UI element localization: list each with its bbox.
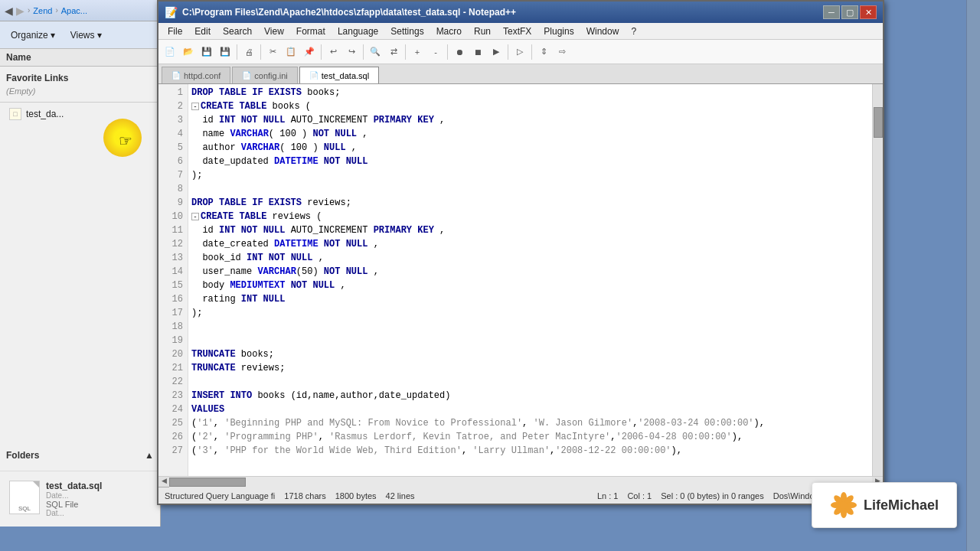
line-number: 22 [163, 375, 183, 389]
tb-zoom-in[interactable]: + [409, 44, 426, 60]
file-big-icon: SQL [9, 481, 40, 514]
tb-save-all[interactable]: 💾 [217, 44, 234, 60]
tb-sync-scroll[interactable]: ⇕ [535, 44, 552, 60]
tabs-bar: 📄 httpd.conf 📄 config.ini 📄 test_data.sq… [158, 64, 883, 84]
tab-httpd-conf[interactable]: 📄 httpd.conf [162, 67, 230, 83]
organize-button[interactable]: Organize ▾ [6, 28, 60, 43]
line-number: 1 [163, 86, 183, 99]
code-line: id INT NOT NULL AUTO_INCREMENT PRIMARY K… [191, 223, 869, 237]
menu-macro[interactable]: Macro [430, 24, 468, 38]
organize-label: Organize [11, 30, 48, 41]
file-list-item[interactable]: □ test_da... [6, 106, 154, 122]
line-number: 15 [163, 279, 183, 292]
explorer-toolbar: Organize ▾ Views ▾ [0, 21, 160, 49]
status-chars: 1718 chars [284, 491, 325, 500]
folders-section-header[interactable]: Folders ▲ [6, 450, 154, 461]
line-number: 16 [163, 292, 183, 306]
tb-find[interactable]: 🔍 [367, 44, 384, 60]
tb-macro-rec[interactable]: ⏺ [451, 44, 468, 60]
explorer-panel: Organize ▾ Views ▾ Name Favorite Links (… [0, 21, 161, 527]
tb-redo[interactable]: ↪ [343, 44, 360, 60]
line-number: 3 [163, 113, 183, 127]
right-panel [966, 0, 980, 551]
menu-file[interactable]: File [162, 24, 188, 38]
vertical-scrollbar[interactable] [872, 84, 883, 476]
back-icon[interactable]: ◀ [5, 5, 13, 17]
status-col: Col : 1 [627, 491, 652, 500]
tb-macro-play[interactable]: ▶ [488, 44, 505, 60]
breadcrumb-zend[interactable]: Zend [33, 6, 52, 15]
tb-zoom-out[interactable]: - [427, 44, 444, 60]
menu-help[interactable]: ? [625, 24, 642, 38]
tb-wrap[interactable]: ⇨ [554, 44, 570, 60]
menu-run[interactable]: Run [468, 24, 497, 38]
tab-config-icon: 📄 [242, 71, 251, 80]
line-number: 20 [163, 347, 183, 361]
toolbar: 📄 📂 💾 💾 🖨 ✂ 📋 📌 ↩ ↪ 🔍 ⇄ + - ⏺ ⏹ ▶ ▷ ⇕ ⇨ [158, 40, 883, 64]
menu-search[interactable]: Search [217, 24, 258, 38]
menu-format[interactable]: Format [290, 24, 332, 38]
tb-save[interactable]: 💾 [198, 44, 215, 60]
tb-replace[interactable]: ⇄ [385, 44, 402, 60]
tb-open[interactable]: 📂 [180, 44, 197, 60]
file-big-item[interactable]: SQL test_data.sql Date... SQL File Dat..… [6, 476, 154, 522]
tb-sep3 [321, 44, 322, 60]
tb-cut[interactable]: ✂ [264, 44, 281, 60]
code-line [191, 182, 869, 196]
code-line [191, 334, 869, 347]
tb-macro-stop[interactable]: ⏹ [469, 44, 486, 60]
lifemichael-flower-icon [830, 491, 858, 519]
status-lines: 42 lines [386, 491, 415, 500]
menu-view[interactable]: View [258, 24, 290, 38]
scroll-left-btn[interactable]: ◀ [158, 477, 169, 487]
code-line: ('2', 'Programming PHP', 'Rasmus Lerdorf… [191, 430, 869, 444]
code-line: VALUES [191, 403, 869, 416]
line-number: 8 [163, 182, 183, 196]
code-line: author VARCHAR( 100 ) NULL , [191, 141, 869, 155]
tab-sql-label: test_data.sql [322, 71, 369, 80]
menu-plugins[interactable]: Plugins [537, 24, 580, 38]
tb-undo[interactable]: ↩ [325, 44, 341, 60]
status-bytes: 1800 bytes [335, 491, 377, 500]
line-number: 17 [163, 306, 183, 320]
scroll-track[interactable] [169, 477, 872, 487]
menu-window[interactable]: Window [580, 24, 626, 38]
breadcrumb-apac[interactable]: Apac... [61, 6, 87, 15]
code-line: ('1', 'Beginning PHP and MySQL: From Nov… [191, 416, 869, 430]
menu-language[interactable]: Language [332, 24, 384, 38]
code-line: -CREATE TABLE books ( [191, 99, 869, 113]
menu-settings[interactable]: Settings [384, 24, 430, 38]
status-cursor: Ln : 1 [597, 491, 619, 500]
code-line [191, 320, 869, 334]
horizontal-scrollbar[interactable]: ◀ ▶ [158, 476, 883, 487]
tb-new[interactable]: 📄 [162, 44, 178, 60]
code-content[interactable]: DROP TABLE IF EXISTS books;-CREATE TABLE… [188, 84, 872, 476]
code-line: ); [191, 306, 869, 320]
tb-print[interactable]: 🖨 [240, 44, 257, 60]
line-numbers: 1234567891011121314151617181920212223242… [158, 84, 188, 476]
scroll-h-thumb[interactable] [169, 478, 246, 487]
minimize-button[interactable]: ─ [823, 5, 840, 19]
tab-config-ini[interactable]: 📄 config.ini [232, 67, 297, 83]
views-button[interactable]: Views ▾ [66, 28, 106, 43]
scrollbar-thumb[interactable] [874, 107, 883, 138]
tb-run[interactable]: ▷ [511, 44, 528, 60]
menubar: File Edit Search View Format Language Se… [158, 23, 883, 40]
line-number: 2 [163, 99, 183, 113]
tb-copy[interactable]: 📋 [283, 44, 299, 60]
views-chevron: ▾ [97, 30, 102, 41]
maximize-button[interactable]: ▢ [841, 5, 858, 19]
menu-textfx[interactable]: TextFX [497, 24, 537, 38]
tab-test-data-sql[interactable]: 📄 test_data.sql [299, 67, 379, 83]
status-sel: Sel : 0 (0 bytes) in 0 ranges [661, 491, 764, 500]
tb-sep5 [405, 44, 406, 60]
views-label: Views [70, 30, 95, 41]
svg-point-8 [840, 501, 848, 509]
line-number: 6 [163, 155, 183, 168]
close-button[interactable]: ✕ [860, 5, 877, 19]
forward-icon[interactable]: ▶ [16, 5, 24, 17]
notepad-icon: 📝 [165, 6, 178, 18]
tb-paste[interactable]: 📌 [301, 44, 318, 60]
menu-edit[interactable]: Edit [188, 24, 217, 38]
lifemichael-text: LifeMichael [864, 497, 939, 514]
